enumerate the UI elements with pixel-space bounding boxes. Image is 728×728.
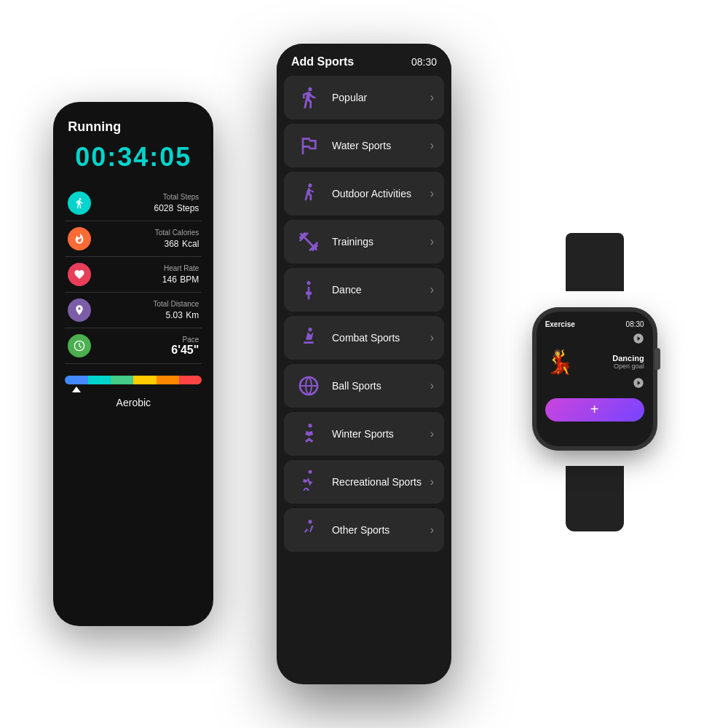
- water-sports-label: Water Sports: [332, 140, 430, 151]
- stat-row-pace: Pace 6'45": [65, 328, 202, 364]
- watch-activity-name: Dancing: [574, 354, 644, 363]
- mid-phone: Add Sports 08:30 Popular › Water Sports …: [277, 44, 451, 684]
- recreational-label: Recreational Sports: [332, 476, 430, 488]
- distance-value: 5.03 Km: [166, 308, 199, 320]
- popular-chevron: ›: [430, 91, 434, 104]
- watch-activity-sub: Open goal: [574, 363, 644, 370]
- cb-blue: [65, 376, 87, 384]
- heart-icon: [68, 263, 91, 286]
- recreational-chevron: ›: [430, 475, 434, 488]
- combat-label: Combat Sports: [332, 332, 430, 344]
- trainings-label: Trainings: [332, 236, 430, 248]
- calories-icon: [68, 227, 91, 250]
- popular-label: Popular: [332, 92, 430, 103]
- sport-item-trainings[interactable]: Trainings ›: [284, 220, 444, 264]
- pace-icon: [68, 334, 91, 357]
- watch-band-top: [566, 233, 624, 291]
- watch-title: Exercise: [545, 320, 575, 328]
- cb-teal: [88, 376, 111, 384]
- watch-goal-icon-top: [633, 333, 644, 347]
- popular-icon: [294, 83, 323, 112]
- mid-phone-time: 08:30: [411, 56, 437, 68]
- sport-item-combat[interactable]: Combat Sports ›: [284, 316, 444, 360]
- dance-chevron: ›: [430, 283, 434, 296]
- combat-chevron: ›: [430, 331, 434, 344]
- recreational-icon: [294, 467, 323, 496]
- watch-activity-info: Dancing Open goal: [574, 354, 644, 370]
- watch-main-area: 💃 Dancing Open goal: [545, 348, 644, 376]
- watch-dance-figure: 💃: [545, 348, 574, 376]
- sports-list: Popular › Water Sports › Outdoor Activit…: [277, 76, 451, 684]
- combat-icon: [294, 323, 323, 352]
- trainings-chevron: ›: [430, 235, 434, 248]
- ball-chevron: ›: [430, 379, 434, 392]
- sport-item-winter[interactable]: Winter Sports ›: [284, 412, 444, 456]
- watch-time: 08:30: [626, 320, 644, 328]
- outdoor-chevron: ›: [430, 187, 434, 200]
- heart-value: 146 BPM: [162, 272, 199, 285]
- pace-label: Pace: [98, 336, 199, 344]
- phone-title: Running: [65, 119, 121, 135]
- other-label: Other Sports: [332, 524, 430, 536]
- winter-icon: [294, 419, 323, 448]
- bar-indicator: [72, 387, 81, 392]
- smartwatch-container: Exercise 08:30 💃 Dancing Open goal: [515, 277, 675, 480]
- pace-value: 6'45": [171, 344, 199, 356]
- watch-band-bottom: [566, 466, 624, 531]
- ball-label: Ball Sports: [332, 380, 430, 392]
- ball-sports-icon: [294, 371, 323, 400]
- sport-item-ball[interactable]: Ball Sports ›: [284, 364, 444, 408]
- steps-stat: Total Steps 6028 Steps: [98, 193, 199, 214]
- stat-row-heart: Heart Rate 146 BPM: [65, 257, 202, 293]
- color-bar: [65, 376, 202, 384]
- sport-item-outdoor[interactable]: Outdoor Activities ›: [284, 172, 444, 215]
- other-sports-icon: [294, 515, 323, 545]
- main-scene: Running 00:34:05 Total Steps 6028 Steps …: [0, 0, 728, 728]
- other-chevron: ›: [430, 523, 434, 537]
- sport-item-recreational[interactable]: Recreational Sports ›: [284, 460, 444, 504]
- cb-yellow: [133, 376, 156, 384]
- steps-icon: [68, 191, 91, 215]
- watch-case: Exercise 08:30 💃 Dancing Open goal: [537, 312, 653, 446]
- distance-label: Total Distance: [98, 300, 199, 308]
- mid-phone-title: Add Sports: [291, 55, 354, 68]
- heart-label: Heart Rate: [98, 264, 199, 272]
- watch-goal-icon-bottom: [633, 377, 644, 391]
- left-phone: Running 00:34:05 Total Steps 6028 Steps …: [53, 102, 213, 626]
- mid-header: Add Sports 08:30: [277, 44, 451, 76]
- trainings-icon: [294, 227, 323, 256]
- watch-content: 💃 Dancing Open goal +: [545, 348, 644, 438]
- timer-display: 00:34:05: [75, 142, 191, 173]
- cb-orange: [157, 376, 179, 384]
- progress-bar-area: Aerobic: [65, 376, 202, 408]
- calories-value: 368 Kcal: [165, 237, 199, 249]
- sport-item-dance[interactable]: Dance ›: [284, 268, 444, 312]
- water-chevron: ›: [430, 139, 434, 152]
- sport-item-other[interactable]: Other Sports ›: [284, 508, 444, 552]
- outdoor-icon: [294, 179, 323, 208]
- stat-row-distance: Total Distance 5.03 Km: [65, 293, 202, 328]
- watch-crown: [654, 348, 660, 370]
- calories-stat: Total Calories 368 Kcal: [98, 229, 199, 250]
- steps-label: Total Steps: [98, 193, 199, 201]
- steps-value: 6028 Steps: [154, 201, 199, 213]
- pace-stat: Pace 6'45": [98, 336, 199, 357]
- calories-label: Total Calories: [98, 229, 199, 237]
- dance-icon: [294, 275, 323, 304]
- watch-header: Exercise 08:30: [545, 320, 644, 328]
- winter-label: Winter Sports: [332, 428, 430, 440]
- water-sports-icon: [294, 131, 323, 160]
- zone-label: Aerobic: [116, 397, 151, 408]
- watch-add-button[interactable]: +: [545, 398, 644, 422]
- dance-label: Dance: [332, 284, 430, 296]
- winter-chevron: ›: [430, 427, 434, 440]
- outdoor-label: Outdoor Activities: [332, 188, 430, 199]
- distance-icon: [68, 298, 91, 322]
- cb-green: [111, 376, 133, 384]
- sport-item-popular[interactable]: Popular ›: [284, 76, 444, 119]
- heart-stat: Heart Rate 146 BPM: [98, 264, 199, 285]
- stat-row-steps: Total Steps 6028 Steps: [65, 186, 202, 221]
- stat-row-calories: Total Calories 368 Kcal: [65, 221, 202, 257]
- distance-stat: Total Distance 5.03 Km: [98, 300, 199, 321]
- sport-item-water[interactable]: Water Sports ›: [284, 124, 444, 167]
